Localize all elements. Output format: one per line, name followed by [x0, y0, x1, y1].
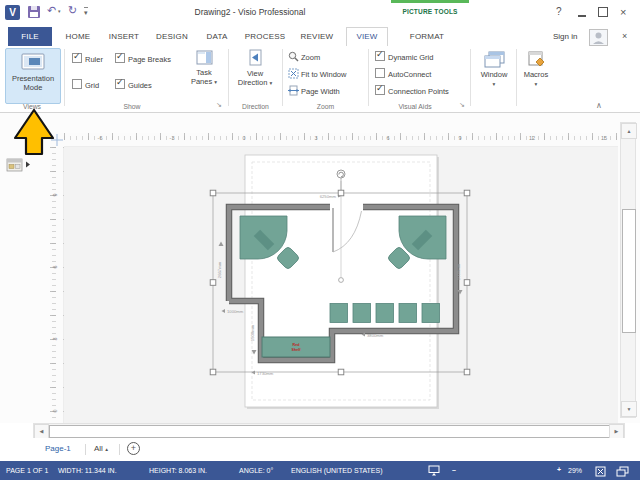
horizontal-ruler: -6 -3 0 3 6 9 12 15 — [50, 133, 618, 147]
svg-text:9: 9 — [52, 193, 58, 196]
svg-text:Red: Red — [293, 343, 300, 347]
svg-text:6: 6 — [386, 135, 389, 141]
cabinet-row — [330, 304, 440, 323]
svg-text:1000mm: 1000mm — [456, 263, 461, 280]
svg-text:3: 3 — [314, 135, 317, 141]
control-handle[interactable] — [339, 278, 344, 283]
svg-text:0: 0 — [52, 409, 58, 412]
svg-text:15: 15 — [601, 135, 607, 141]
status-width[interactable]: WIDTH: 11.344 IN. — [58, 467, 117, 474]
scroll-right-icon[interactable]: ▶ — [609, 424, 624, 439]
visio-window: V ↶ ▾ ↻ ▾ Drawing2 - Visio Professional … — [0, 0, 640, 480]
svg-text:Shelf: Shelf — [292, 348, 302, 352]
all-pages-button[interactable]: All ▴ — [94, 444, 108, 453]
chevron-up-icon: ▴ — [105, 446, 108, 452]
insert-page-button[interactable]: + — [127, 442, 140, 455]
shelf-shape: Red Shelf — [262, 337, 330, 357]
svg-text:2667mm: 2667mm — [217, 261, 222, 278]
vertical-scrollbar[interactable]: ▲ ▼ — [620, 122, 636, 418]
svg-text:3800mm: 3800mm — [367, 333, 384, 338]
switch-windows-icon[interactable] — [616, 466, 629, 477]
svg-text:12: 12 — [529, 135, 535, 141]
svg-text:-6: -6 — [98, 135, 103, 141]
page-tab-bar: Page-1 All ▴ + — [0, 438, 640, 461]
zoom-level[interactable]: 29% — [568, 467, 582, 474]
status-language[interactable]: ENGLISH (UNITED STATES) — [291, 467, 383, 474]
status-page-count[interactable]: PAGE 1 OF 1 — [6, 467, 48, 474]
horizontal-scrollbar[interactable]: ◀ ▶ — [33, 423, 625, 438]
svg-text:1730mm: 1730mm — [257, 371, 274, 376]
presentation-mode-status-icon[interactable] — [428, 465, 440, 477]
scroll-up-icon[interactable]: ▲ — [621, 123, 637, 139]
drawing-canvas: -6 -3 0 3 6 9 12 15 9 6 3 0 — [0, 0, 640, 480]
vertical-scroll-thumb[interactable] — [622, 209, 636, 333]
vertical-ruler: 9 6 3 0 — [50, 147, 64, 423]
svg-text:3: 3 — [52, 337, 58, 340]
svg-text:0: 0 — [242, 135, 245, 141]
page-tab-page1[interactable]: Page-1 — [45, 444, 71, 453]
horizontal-scroll-thumb[interactable] — [49, 425, 611, 438]
scroll-left-icon[interactable]: ◀ — [34, 424, 49, 439]
svg-text:6: 6 — [52, 265, 58, 268]
status-bar: PAGE 1 OF 1 WIDTH: 11.344 IN. HEIGHT: 8.… — [0, 461, 640, 480]
svg-text:1500mm: 1500mm — [250, 324, 255, 341]
status-height[interactable]: HEIGHT: 8.063 IN. — [149, 467, 207, 474]
svg-text:1000mm: 1000mm — [227, 309, 244, 314]
svg-text:9: 9 — [458, 135, 461, 141]
status-angle[interactable]: ANGLE: 0° — [239, 467, 273, 474]
scroll-down-icon[interactable]: ▼ — [621, 401, 637, 417]
svg-text:6250mm: 6250mm — [320, 194, 337, 199]
svg-text:-3: -3 — [170, 135, 175, 141]
zoom-out-button[interactable]: – — [452, 466, 456, 473]
fit-page-icon[interactable] — [595, 466, 606, 477]
zoom-in-button[interactable]: + — [557, 466, 561, 473]
